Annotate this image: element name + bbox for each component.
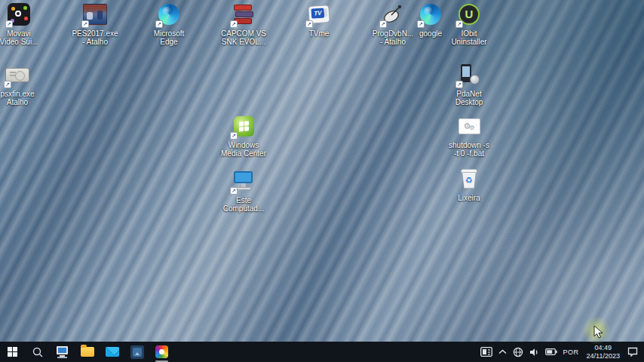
desktop-icon-movavi[interactable]: ↗ Movavi Video Sui... bbox=[0, 2, 48, 46]
tray-news-widget-button[interactable] bbox=[477, 342, 495, 362]
news-widget-icon bbox=[480, 347, 492, 357]
desktop-icon-pes2017[interactable]: ↗ PES2017.exe - Atalho bbox=[66, 2, 124, 46]
computer-icon bbox=[56, 346, 69, 358]
winrar-archive-icon: ↗ bbox=[231, 2, 256, 27]
action-center-button[interactable] bbox=[624, 342, 641, 362]
desktop-icon-label: shutdown -s -t 0 -f.bat bbox=[440, 141, 498, 158]
screen: ↗ Movavi Video Sui... ↗ PES2017.exe - At… bbox=[0, 0, 644, 362]
desktop-icon-shutdown-bat[interactable]: ⚙⚙ shutdown -s -t 0 -f.bat bbox=[440, 113, 498, 158]
action-center-icon bbox=[627, 347, 638, 357]
recycle-bin-icon: ♻ bbox=[456, 166, 482, 192]
pdanet-phone-globe-icon: ↗ bbox=[456, 62, 482, 87]
desktop-icon-capcom-vs-snk[interactable]: ↗ CAPCOM VS SNK EVOL... bbox=[215, 2, 272, 46]
network-button[interactable] bbox=[510, 342, 526, 362]
edge-browser-icon: ↗ bbox=[156, 2, 182, 27]
desktop-icon-pdanet[interactable]: ↗ PdaNet Desktop bbox=[440, 62, 498, 106]
desktop-icon-label: Microsoft Edge bbox=[140, 29, 198, 46]
file-explorer-button[interactable] bbox=[75, 342, 100, 362]
edge-browser-icon: ↗ bbox=[418, 2, 443, 27]
pes2017-game-icon: ↗ bbox=[82, 2, 108, 27]
search-icon bbox=[32, 346, 44, 358]
desktop-icon-label: Este Computad... bbox=[215, 196, 272, 213]
desktop-wallpaper[interactable]: ↗ Movavi Video Sui... ↗ PES2017.exe - At… bbox=[0, 0, 644, 342]
shortcut-arrow-icon: ↗ bbox=[230, 20, 238, 28]
battery-icon bbox=[545, 348, 557, 355]
system-tray: POR 04:49 24/11/2023 bbox=[477, 342, 644, 362]
computer-monitor-icon: ↗ bbox=[231, 168, 256, 194]
shortcut-arrow-icon: ↗ bbox=[305, 20, 313, 28]
chevron-up-icon bbox=[498, 349, 507, 354]
desktop-icon-label: psxfin.exe Atalho bbox=[0, 90, 46, 106]
desktop-icon-iobit-uninstaller[interactable]: U ↗ IObit Uninstaller bbox=[440, 2, 498, 46]
shortcut-arrow-icon: ↗ bbox=[4, 81, 11, 88]
desktop-icon-label: TVme bbox=[290, 29, 348, 38]
volume-button[interactable] bbox=[526, 342, 542, 362]
movavi-video-suite-icon: ↗ bbox=[6, 2, 32, 27]
folder-icon bbox=[81, 347, 94, 357]
iobit-uninstaller-icon: U ↗ bbox=[456, 2, 482, 27]
taskbar-computer-button[interactable] bbox=[50, 342, 75, 362]
shortcut-arrow-icon: ↗ bbox=[417, 20, 425, 28]
desktop-icon-this-pc[interactable]: ↗ Este Computad... bbox=[215, 168, 272, 213]
shortcut-arrow-icon: ↗ bbox=[81, 20, 89, 28]
network-globe-icon bbox=[513, 347, 523, 357]
taskbar: POR 04:49 24/11/2023 bbox=[0, 342, 644, 362]
shortcut-arrow-icon: ↗ bbox=[455, 20, 463, 28]
shortcut-arrow-icon: ↗ bbox=[230, 187, 238, 195]
batch-file-gears-icon: ⚙⚙ bbox=[456, 113, 482, 139]
clock[interactable]: 04:49 24/11/2023 bbox=[582, 342, 624, 362]
video-app-button[interactable] bbox=[149, 342, 174, 362]
clock-date: 24/11/2023 bbox=[587, 352, 620, 360]
desktop-icon-tvme[interactable]: TV ↗ TVme bbox=[290, 2, 348, 38]
desktop-icon-label: PES2017.exe - Atalho bbox=[66, 29, 124, 46]
desktop-icon-label: PdaNet Desktop bbox=[440, 90, 498, 106]
clock-time: 04:49 bbox=[587, 344, 620, 352]
windows-logo-icon bbox=[8, 347, 18, 357]
shortcut-arrow-icon: ↗ bbox=[155, 20, 163, 28]
shortcut-arrow-icon: ↗ bbox=[5, 20, 13, 28]
speaker-icon bbox=[529, 348, 539, 357]
desktop-icon-psxfin[interactable]: ↗ psxfin.exe Atalho bbox=[0, 62, 46, 106]
desktop-icon-windows-media-center[interactable]: ↗ Windows Media Center bbox=[215, 113, 272, 158]
mail-envelope-icon bbox=[106, 347, 119, 357]
photos-app-icon bbox=[130, 345, 144, 359]
language-indicator[interactable]: POR bbox=[560, 342, 582, 362]
desktop-icon-label: IObit Uninstaller bbox=[440, 29, 498, 46]
hidden-icons-button[interactable] bbox=[495, 342, 510, 362]
shortcut-arrow-icon: ↗ bbox=[379, 20, 387, 28]
desktop-icon-label: Movavi Video Sui... bbox=[0, 29, 48, 46]
language-code: POR bbox=[563, 348, 579, 356]
shortcut-arrow-icon: ↗ bbox=[455, 81, 463, 88]
desktop-icon-microsoft-edge[interactable]: ↗ Microsoft Edge bbox=[140, 2, 198, 46]
tv-app-icon: TV ↗ bbox=[306, 2, 332, 27]
shortcut-arrow-icon: ↗ bbox=[230, 132, 238, 140]
playstation-emulator-icon: ↗ bbox=[5, 62, 30, 87]
photos-app-button[interactable] bbox=[124, 342, 149, 362]
desktop-icon-recycle-bin[interactable]: ♻ Lixeira bbox=[440, 166, 498, 202]
video-app-icon bbox=[155, 345, 168, 358]
desktop-icon-label: Windows Media Center bbox=[215, 141, 272, 158]
battery-button[interactable] bbox=[542, 342, 560, 362]
mail-button[interactable] bbox=[100, 342, 124, 362]
search-button[interactable] bbox=[25, 342, 50, 362]
desktop-icon-label: CAPCOM VS SNK EVOL... bbox=[215, 29, 272, 46]
desktop-icon-label: Lixeira bbox=[440, 194, 498, 202]
windows-media-center-icon: ↗ bbox=[231, 113, 256, 139]
start-button[interactable] bbox=[0, 342, 25, 362]
